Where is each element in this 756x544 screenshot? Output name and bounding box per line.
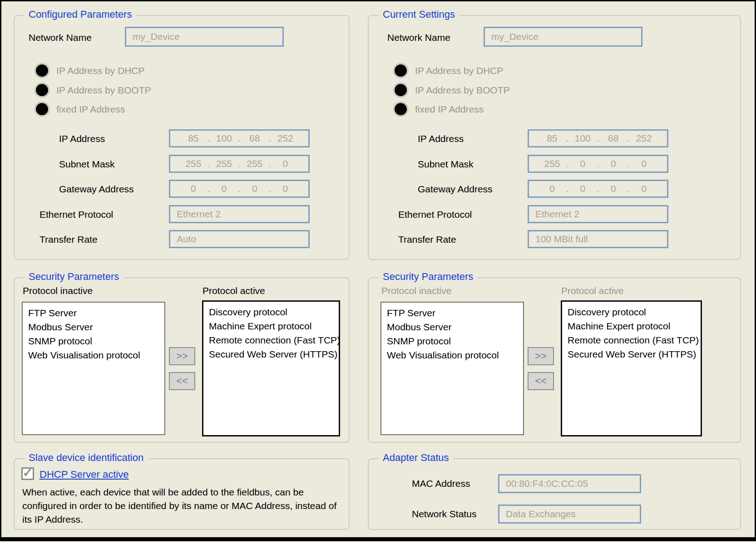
radio-fixed-ip-label: fixed IP Address [415, 104, 484, 115]
list-item[interactable]: Remote connection (Fast TCP) [203, 333, 339, 347]
transfer-rate-label: Transfer Rate [40, 234, 98, 245]
ethernet-protocol-value: Ethernet 2 [177, 209, 221, 220]
list-item[interactable]: Machine Expert protocol [203, 319, 339, 333]
adapter-status-content: MAC Address 00:80:F4:0C:CC:05 Network St… [369, 459, 740, 529]
transfer-rate-value: Auto [177, 234, 196, 245]
ip-octet: 0 [630, 158, 658, 169]
network-status-field[interactable]: Data Exchanges [498, 505, 641, 524]
network-name-input[interactable]: my_Device [125, 27, 284, 47]
ip-octet: 255 [538, 158, 566, 169]
list-item[interactable]: Discovery protocol [562, 305, 701, 319]
ip-octet: 0 [568, 183, 597, 194]
protocol-inactive-label: Protocol inactive [23, 285, 93, 296]
list-item[interactable]: SNMP protocol [381, 334, 523, 348]
ip-address-input[interactable]: 85.100.68.252 [169, 129, 310, 147]
list-item[interactable]: Web Visualisation protocol [381, 348, 523, 362]
ip-octet: 0 [179, 183, 208, 194]
subnet-mask-input[interactable]: 255.0.0.0 [528, 155, 668, 173]
move-to-inactive-button[interactable]: << [528, 372, 554, 390]
radio-fixed-ip[interactable] [394, 102, 408, 116]
radio-dhcp[interactable] [35, 64, 49, 78]
protocol-inactive-list[interactable]: FTP ServerModbus ServerSNMP protocolWeb … [22, 302, 165, 435]
list-item[interactable]: Modbus Server [381, 320, 523, 334]
radio-bootp-label: IP Address by BOOTP [56, 85, 151, 96]
radio-fixed-ip[interactable] [35, 102, 49, 116]
security-parameters-content: Protocol inactive Protocol active FTP Se… [15, 278, 349, 442]
group-security-parameters-current: Security Parameters Protocol inactive Pr… [368, 277, 741, 443]
radio-bootp[interactable] [35, 83, 49, 97]
ip-octet: 85 [179, 133, 208, 144]
mac-address-value: 00:80:F4:0C:CC:05 [506, 478, 588, 489]
ethernet-configuration-panel: Configured Parameters Network Name my_De… [0, 0, 756, 541]
ip-octet: 0 [599, 183, 628, 194]
ip-octet: 255 [241, 158, 269, 169]
network-name-label: Network Name [29, 32, 92, 43]
group-configured-parameters: Configured Parameters Network Name my_De… [14, 15, 350, 260]
protocol-inactive-list[interactable]: FTP ServerModbus ServerSNMP protocolWeb … [380, 302, 524, 435]
check-icon: ✓ [23, 467, 33, 479]
list-item[interactable]: FTP Server [23, 306, 164, 320]
list-item[interactable]: Remote connection (Fast TCP) [562, 333, 701, 347]
protocol-active-list[interactable]: Discovery protocolMachine Expert protoco… [561, 300, 702, 436]
gateway-address-label: Gateway Address [59, 184, 134, 195]
ip-octet: 100 [210, 133, 238, 144]
ip-octet: 255 [179, 158, 208, 169]
transfer-rate-value: 100 MBit full [535, 234, 588, 245]
radio-fixed-ip-label: fixed IP Address [56, 104, 125, 115]
list-item[interactable]: FTP Server [381, 306, 523, 320]
group-security-parameters-configured: Security Parameters Protocol inactive Pr… [14, 277, 350, 443]
ip-octet: 255 [210, 158, 238, 169]
ip-octet: 68 [599, 133, 628, 144]
ip-octet: 0 [538, 183, 566, 194]
network-name-value: my_Device [491, 31, 539, 42]
transfer-rate-input[interactable]: 100 MBit full [528, 230, 668, 248]
gateway-address-input[interactable]: 0.0.0.0 [528, 180, 668, 198]
dhcp-server-active-link[interactable]: DHCP Server active [40, 469, 128, 480]
ethernet-protocol-input[interactable]: Ethernet 2 [528, 205, 668, 223]
mac-address-label: MAC Address [412, 478, 470, 489]
list-item[interactable]: Modbus Server [23, 320, 164, 334]
ip-octet: 0 [568, 158, 597, 169]
ethernet-protocol-label: Ethernet Protocol [398, 209, 472, 220]
move-to-inactive-button[interactable]: << [169, 372, 195, 390]
radio-dhcp[interactable] [394, 64, 408, 78]
radio-bootp[interactable] [394, 83, 408, 97]
move-to-active-button[interactable]: >> [169, 347, 195, 365]
gateway-address-input[interactable]: 0.0.0.0 [169, 180, 310, 198]
network-name-value: my_Device [133, 31, 180, 42]
list-item[interactable]: Web Visualisation protocol [23, 348, 164, 362]
dhcp-server-active-checkbox[interactable]: ✓ [21, 467, 34, 480]
ip-octet: 100 [568, 133, 597, 144]
protocol-active-list[interactable]: Discovery protocolMachine Expert protoco… [202, 300, 340, 436]
list-item[interactable]: Secured Web Server (HTTPS) [562, 347, 701, 361]
group-current-settings: Current Settings Network Name my_Device … [368, 15, 741, 260]
ip-address-input[interactable]: 85.100.68.252 [528, 129, 668, 147]
subnet-mask-label: Subnet Mask [59, 159, 115, 170]
ethernet-protocol-input[interactable]: Ethernet 2 [169, 205, 310, 223]
list-item[interactable]: Discovery protocol [203, 305, 339, 319]
list-item[interactable]: SNMP protocol [23, 334, 164, 348]
subnet-mask-input[interactable]: 255.255.255.0 [169, 155, 310, 173]
current-settings-content: Network Name my_Device IP Address by DHC… [373, 16, 740, 259]
dhcp-description-text: When active, each device that will be ad… [22, 485, 343, 526]
protocol-inactive-label: Protocol inactive [381, 285, 451, 296]
protocol-active-label: Protocol active [561, 285, 624, 296]
list-item[interactable]: Machine Expert protocol [562, 319, 701, 333]
ethernet-protocol-label: Ethernet Protocol [40, 209, 113, 220]
transfer-rate-input[interactable]: Auto [169, 230, 310, 248]
radio-dhcp-label: IP Address by DHCP [56, 65, 145, 76]
move-to-active-button[interactable]: >> [528, 347, 554, 365]
ip-address-label: IP Address [59, 133, 105, 144]
network-name-input[interactable]: my_Device [484, 27, 642, 47]
protocol-active-label: Protocol active [203, 285, 265, 296]
ip-octet: 0 [599, 158, 628, 169]
group-adapter-status: Adapter Status MAC Address 00:80:F4:0C:C… [368, 458, 741, 530]
mac-address-field[interactable]: 00:80:F4:0C:CC:05 [498, 474, 641, 493]
ip-octet: 252 [271, 133, 299, 144]
ip-octet: 0 [271, 183, 299, 194]
list-item[interactable]: Secured Web Server (HTTPS) [203, 347, 339, 361]
slave-device-content: ✓ DHCP Server active When active, each d… [15, 459, 349, 529]
radio-dhcp-label: IP Address by DHCP [415, 65, 504, 76]
ip-address-label: IP Address [418, 133, 464, 144]
network-status-value: Data Exchanges [506, 509, 576, 519]
